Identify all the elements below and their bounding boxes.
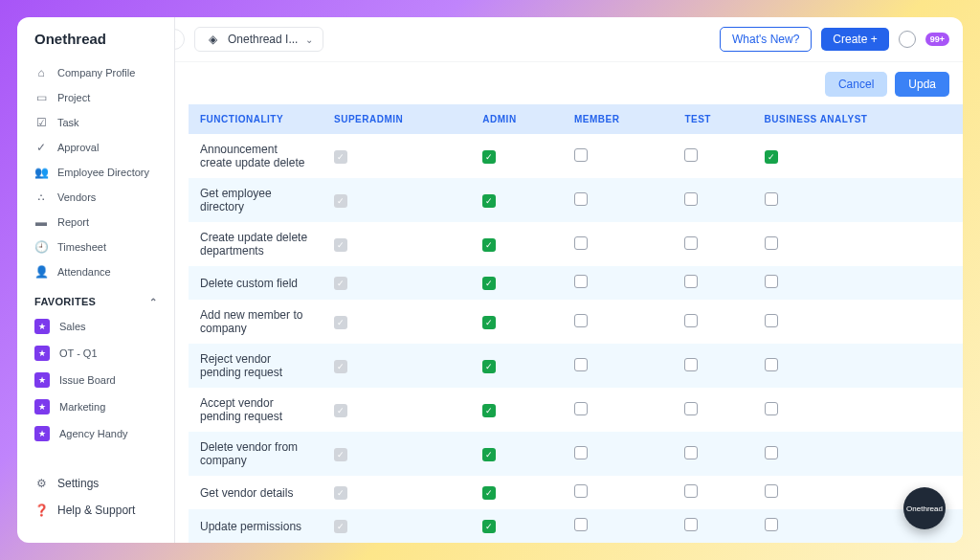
checkbox-empty[interactable]	[765, 358, 778, 371]
checkbox-empty[interactable]	[765, 402, 778, 415]
checkbox-empty[interactable]	[574, 275, 588, 288]
checkbox-locked[interactable]: ✓	[334, 404, 347, 417]
update-button[interactable]: Upda	[895, 72, 949, 97]
notifications-icon[interactable]	[899, 31, 916, 48]
cancel-button[interactable]: Cancel	[825, 72, 887, 97]
checkbox-empty[interactable]	[765, 275, 778, 288]
checkbox-checked[interactable]: ✓	[482, 316, 496, 329]
permission-cell	[753, 300, 957, 344]
bottom-nav-settings[interactable]: ⚙Settings	[17, 470, 174, 497]
checkbox-locked[interactable]: ✓	[334, 520, 347, 533]
permission-cell: ✓	[323, 509, 471, 543]
workspace-icon: ◈	[205, 32, 220, 47]
bottom-nav-help-&-support[interactable]: ❓Help & Support	[17, 497, 174, 524]
nav-item-vendors[interactable]: ⛬Vendors	[17, 185, 174, 210]
nav-item-timesheet[interactable]: 🕘Timesheet	[17, 235, 174, 259]
checkbox-checked[interactable]: ✓	[482, 360, 496, 373]
nav-item-project[interactable]: ▭Project	[17, 85, 174, 110]
checkbox-empty[interactable]	[765, 518, 778, 531]
favorite-item-marketing[interactable]: ★Marketing	[17, 393, 174, 420]
nav-item-task[interactable]: ☑Task	[17, 110, 174, 135]
checkbox-checked[interactable]: ✓	[482, 486, 496, 500]
checkbox-empty[interactable]	[574, 518, 588, 531]
checkbox-empty[interactable]	[684, 484, 698, 498]
favorites-list: ★Sales★OT - Q1★Issue Board★Marketing★Age…	[17, 313, 174, 447]
checkbox-empty[interactable]	[765, 236, 778, 250]
column-header: TEST	[673, 104, 752, 134]
checkbox-empty[interactable]	[574, 402, 588, 415]
checkbox-checked[interactable]: ✓	[482, 238, 496, 252]
permission-cell	[673, 509, 752, 543]
checkbox-locked[interactable]: ✓	[334, 150, 347, 164]
favorite-item-issue-board[interactable]: ★Issue Board	[17, 367, 174, 393]
checkbox-checked[interactable]: ✓	[765, 150, 778, 164]
column-header: PROJE	[956, 104, 963, 134]
collapse-sidebar-button[interactable]: ‹	[175, 29, 185, 50]
checkbox-empty[interactable]	[765, 446, 778, 459]
checkbox-empty[interactable]	[684, 148, 698, 162]
checkbox-empty[interactable]	[765, 314, 778, 327]
whats-new-button[interactable]: What's New?	[720, 27, 812, 52]
checkbox-checked[interactable]: ✓	[482, 448, 496, 461]
checkbox-locked[interactable]: ✓	[334, 360, 347, 373]
functionality-cell: Announcement create update delete	[189, 134, 323, 178]
checkbox-empty[interactable]	[574, 446, 588, 459]
checkbox-empty[interactable]	[684, 314, 698, 327]
nav-label: Approval	[57, 142, 99, 153]
workspace-selector[interactable]: ◈ Onethread I... ⌄	[194, 27, 323, 52]
functionality-cell: Accept vendor pending request	[189, 388, 323, 432]
star-icon: ★	[34, 399, 50, 414]
checkbox-empty[interactable]	[684, 446, 698, 459]
bottom-nav: ⚙Settings❓Help & Support	[17, 470, 174, 529]
checkbox-empty[interactable]	[765, 192, 778, 206]
checkbox-checked[interactable]: ✓	[482, 404, 496, 417]
checkbox-empty[interactable]	[684, 402, 698, 415]
checkbox-empty[interactable]	[574, 314, 588, 327]
floating-brand-badge[interactable]: Onethread	[903, 487, 946, 529]
create-button[interactable]: Create +	[821, 28, 888, 51]
favorite-item-ot---q1[interactable]: ★OT - Q1	[17, 340, 174, 367]
favorite-label: Agency Handy	[59, 428, 128, 439]
permissions-table-wrap[interactable]: FUNCTIONALITYSUPERADMINADMINMEMBERTESTBU…	[175, 104, 963, 543]
favorite-item-sales[interactable]: ★Sales	[17, 313, 174, 340]
checkbox-empty[interactable]	[574, 148, 588, 162]
checkbox-locked[interactable]: ✓	[334, 448, 347, 461]
favorite-label: OT - Q1	[59, 347, 98, 359]
permission-cell	[956, 509, 963, 543]
checkbox-empty[interactable]	[574, 192, 588, 206]
checkbox-locked[interactable]: ✓	[334, 316, 347, 329]
checkbox-empty[interactable]	[684, 275, 698, 288]
checkbox-checked[interactable]: ✓	[482, 150, 496, 164]
permission-cell	[673, 178, 752, 222]
checkbox-empty[interactable]	[574, 236, 588, 250]
checkbox-empty[interactable]	[684, 358, 698, 371]
nav-item-employee-directory[interactable]: 👥Employee Directory	[17, 160, 174, 185]
table-row: Accept vendor pending request✓✓	[189, 388, 963, 432]
nav-label: Project	[57, 92, 90, 103]
checkbox-checked[interactable]: ✓	[482, 277, 496, 290]
nav-item-attendance[interactable]: 👤Attendance	[17, 259, 174, 284]
checkbox-empty[interactable]	[684, 518, 698, 531]
favorite-item-agency-handy[interactable]: ★Agency Handy	[17, 420, 174, 447]
nav-item-approval[interactable]: ✓Approval	[17, 135, 174, 160]
nav-item-company-profile[interactable]: ⌂Company Profile	[17, 60, 174, 85]
nav-label: Employee Directory	[57, 167, 149, 178]
checkbox-empty[interactable]	[574, 484, 588, 498]
checkbox-locked[interactable]: ✓	[334, 486, 347, 500]
checkbox-locked[interactable]: ✓	[334, 277, 347, 290]
employees-icon: 👥	[34, 166, 48, 179]
checkbox-locked[interactable]: ✓	[334, 194, 347, 208]
checkbox-empty[interactable]	[574, 358, 588, 371]
nav-item-report[interactable]: ▬Report	[17, 210, 174, 235]
table-header-row: FUNCTIONALITYSUPERADMINADMINMEMBERTESTBU…	[189, 104, 963, 134]
checkbox-empty[interactable]	[684, 236, 698, 250]
chevron-down-icon: ⌄	[305, 34, 313, 45]
permission-cell	[563, 222, 673, 266]
checkbox-locked[interactable]: ✓	[334, 238, 347, 252]
favorites-header[interactable]: FAVORITES ⌃	[17, 284, 174, 313]
checkbox-checked[interactable]: ✓	[482, 194, 496, 208]
table-row: Reject vendor pending request✓✓	[189, 344, 963, 388]
checkbox-checked[interactable]: ✓	[482, 520, 496, 533]
checkbox-empty[interactable]	[684, 192, 698, 206]
checkbox-empty[interactable]	[765, 484, 778, 498]
